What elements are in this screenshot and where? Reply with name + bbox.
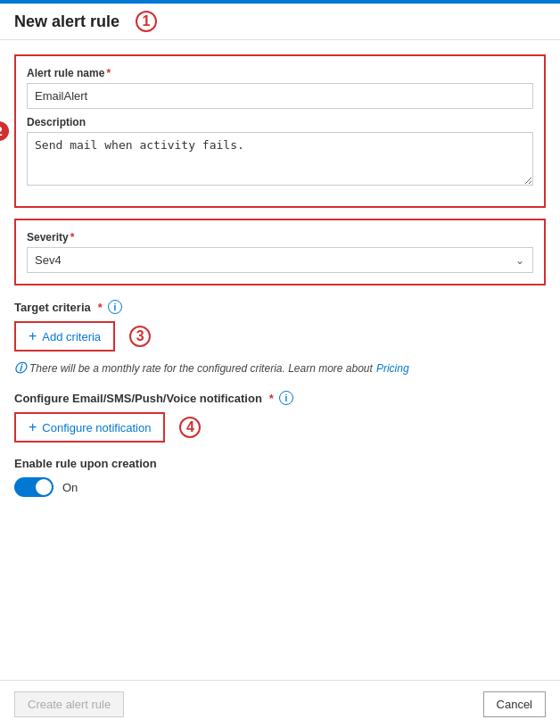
severity-label: Severity* <box>27 231 533 244</box>
description-input[interactable]: Send mail when activity fails. <box>27 132 533 186</box>
configure-notification-row: + Configure notification 4 <box>14 412 546 443</box>
enable-rule-label: Enable rule upon creation <box>14 457 546 470</box>
target-criteria-label-row: Target criteria * i <box>14 300 546 314</box>
header-badge: 1 <box>136 11 157 32</box>
pricing-note-text: There will be a monthly rate for the con… <box>29 362 373 375</box>
alert-rule-name-group: Alert rule name* <box>27 67 533 109</box>
alert-rule-name-input[interactable] <box>27 83 533 109</box>
section4-badge: 4 <box>179 417 201 438</box>
enable-rule-toggle[interactable] <box>14 477 54 497</box>
configure-notification-label: Configure notification <box>42 421 151 434</box>
main-content: 2 Alert rule name* Description Send mail… <box>0 40 560 680</box>
severity-box: Severity* Sev0 Sev1 Sev2 Sev3 Sev4 ⌄ <box>14 219 546 285</box>
add-criteria-label: Add criteria <box>42 330 101 343</box>
severity-select-wrapper: Sev0 Sev1 Sev2 Sev3 Sev4 ⌄ <box>27 247 533 273</box>
pricing-note: ⓘ There will be a monthly rate for the c… <box>14 360 546 376</box>
description-group: Description Send mail when activity fail… <box>27 116 533 188</box>
section2-badge: 2 <box>0 121 9 141</box>
create-alert-rule-button[interactable]: Create alert rule <box>14 691 124 717</box>
name-description-box: 2 Alert rule name* Description Send mail… <box>14 54 546 208</box>
pricing-info-icon: ⓘ <box>14 360 26 376</box>
add-criteria-plus-icon: + <box>29 328 37 344</box>
notification-section: Configure Email/SMS/Push/Voice notificat… <box>14 391 546 443</box>
description-label: Description <box>27 116 533 128</box>
severity-select[interactable]: Sev0 Sev1 Sev2 Sev3 Sev4 <box>27 247 533 273</box>
header: New alert rule 1 <box>0 4 560 40</box>
target-criteria-section: Target criteria * i + Add criteria 3 ⓘ T… <box>14 300 546 376</box>
notification-label-row: Configure Email/SMS/Push/Voice notificat… <box>14 391 546 405</box>
toggle-row: On <box>14 477 546 497</box>
enable-rule-section: Enable rule upon creation On <box>14 457 546 497</box>
toggle-on-text: On <box>62 481 78 494</box>
alert-rule-section: 2 Alert rule name* Description Send mail… <box>14 54 546 285</box>
page-title: New alert rule <box>14 12 119 31</box>
target-criteria-info-icon: i <box>108 300 122 314</box>
configure-plus-icon: + <box>29 419 37 435</box>
configure-notification-button[interactable]: + Configure notification <box>14 412 165 443</box>
footer: Create alert rule Cancel <box>0 680 560 728</box>
alert-rule-name-label: Alert rule name* <box>27 67 533 79</box>
pricing-link[interactable]: Pricing <box>376 362 409 375</box>
notification-info-icon: i <box>279 391 293 405</box>
add-criteria-row: + Add criteria 3 <box>14 321 546 352</box>
section3-badge: 3 <box>129 326 151 347</box>
add-criteria-button[interactable]: + Add criteria <box>14 321 115 352</box>
cancel-button[interactable]: Cancel <box>483 691 546 717</box>
toggle-slider <box>14 477 54 497</box>
